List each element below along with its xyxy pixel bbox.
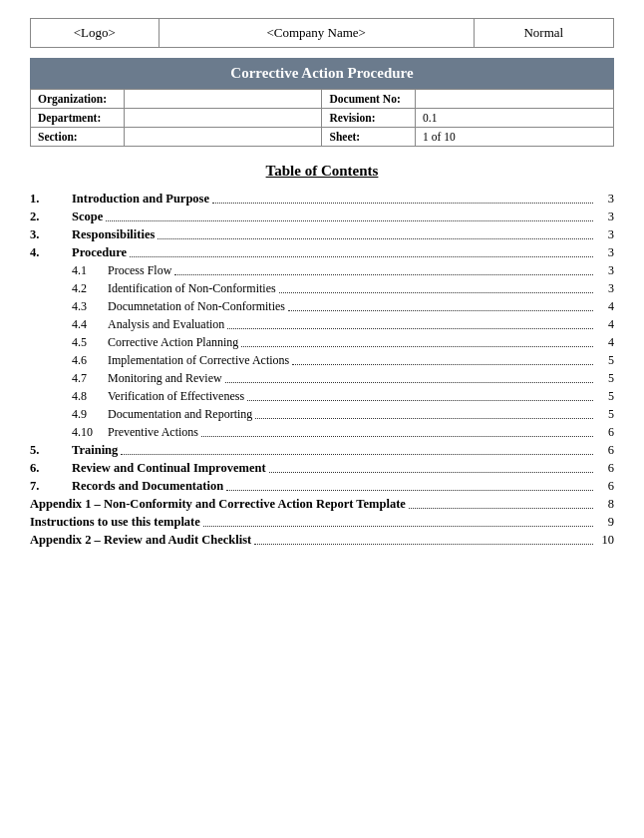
toc-num-4-1: 4.1 [72, 263, 108, 278]
toc-page-instructions: 9 [596, 515, 614, 530]
toc-num-4: 4. [30, 245, 72, 260]
toc-page-4-1: 3 [596, 263, 614, 278]
toc-row-1: 1. Introduction and Purpose 3 [30, 192, 614, 207]
toc-num-6: 6. [30, 461, 72, 476]
toc-dots-1 [212, 203, 593, 204]
toc-row-4-1: 4.1 Process Flow 3 [30, 263, 614, 278]
logo-cell: <Logo> [31, 19, 160, 48]
sheet-value: 1 of 10 [416, 128, 614, 147]
document-title: Corrective Action Procedure [230, 65, 413, 81]
company-name-cell: <Company Name> [159, 19, 474, 48]
document-page: <Logo> <Company Name> Normal Corrective … [0, 0, 644, 838]
toc-dots-4-6 [292, 364, 593, 365]
sheet-label: Sheet: [322, 128, 416, 147]
toc-row-4-7: 4.7 Monitoring and Review 5 [30, 371, 614, 386]
rev-label: Revision: [322, 109, 416, 128]
title-banner: Corrective Action Procedure [30, 58, 614, 89]
toc-dots-5 [121, 454, 593, 455]
org-label: Organization: [31, 90, 125, 109]
toc-dots-4-9 [255, 418, 593, 419]
toc-label-4-1: Process Flow 3 [108, 263, 614, 278]
toc-page-4-4: 4 [596, 317, 614, 332]
logo-text: <Logo> [74, 25, 116, 40]
toc-page-4-2: 3 [596, 281, 614, 296]
toc-label-4-8: Verification of Effectiveness 5 [108, 389, 614, 404]
toc-page-4-6: 5 [596, 353, 614, 368]
toc-dots-4-4 [227, 328, 593, 329]
toc-row-instructions: Instructions to use this template 9 [30, 515, 614, 530]
toc-label-5: Training 6 [72, 443, 614, 458]
toc-num-1: 1. [30, 192, 72, 207]
toc-page-4-5: 4 [596, 335, 614, 350]
toc-label-3: Responsibilities 3 [72, 227, 614, 242]
toc-num-4-3: 4.3 [72, 299, 108, 314]
status-cell: Normal [474, 19, 613, 48]
toc-label-4-4: Analysis and Evaluation 4 [108, 317, 614, 332]
toc-num-4-4: 4.4 [72, 317, 108, 332]
toc-row-4-6: 4.6 Implementation of Corrective Actions… [30, 353, 614, 368]
toc-row-4-2: 4.2 Identification of Non-Conformities 3 [30, 281, 614, 296]
toc-row-5: 5. Training 6 [30, 443, 614, 458]
toc-num-4-8: 4.8 [72, 389, 108, 404]
toc-num-4-7: 4.7 [72, 371, 108, 386]
toc-page-appendix1: 8 [596, 497, 614, 512]
toc-row-6: 6. Review and Continual Improvement 6 [30, 461, 614, 476]
toc-dots-7 [226, 490, 593, 491]
toc-label-4-7: Monitoring and Review 5 [108, 371, 614, 386]
toc-dots-4-7 [225, 382, 593, 383]
toc-row-appendix1: Appendix 1 – Non-Conformity and Correcti… [30, 497, 614, 512]
toc-dots-instructions [203, 526, 593, 527]
toc-dots-2 [106, 220, 593, 221]
toc-label-instructions: Instructions to use this template 9 [30, 515, 614, 530]
dept-label: Department: [31, 109, 125, 128]
toc-dots-6 [269, 472, 593, 473]
toc-label-4: Procedure 3 [72, 245, 614, 260]
toc-row-7: 7. Records and Documentation 6 [30, 479, 614, 494]
toc-label-7: Records and Documentation 6 [72, 479, 614, 494]
toc-page-appendix2: 10 [596, 533, 614, 548]
toc-page-4-3: 4 [596, 299, 614, 314]
toc-label-appendix2: Appendix 2 – Review and Audit Checklist … [30, 533, 614, 548]
toc-row-4: 4. Procedure 3 [30, 245, 614, 260]
toc-page-3: 3 [596, 227, 614, 242]
toc-num-4-9: 4.9 [72, 407, 108, 422]
toc-dots-4 [130, 256, 593, 257]
toc-dots-4-1 [174, 274, 593, 275]
toc-container: 1. Introduction and Purpose 3 2. Scope 3… [30, 192, 614, 548]
toc-page-6: 6 [596, 461, 614, 476]
toc-label-2: Scope 3 [72, 210, 614, 224]
toc-dots-4-8 [247, 400, 593, 401]
toc-page-5: 6 [596, 443, 614, 458]
toc-label-appendix1: Appendix 1 – Non-Conformity and Correcti… [30, 497, 614, 512]
toc-num-4-6: 4.6 [72, 353, 108, 368]
toc-num-4-2: 4.2 [72, 281, 108, 296]
toc-page-4-8: 5 [596, 389, 614, 404]
docno-label: Document No: [322, 90, 416, 109]
toc-row-4-3: 4.3 Documnetation of Non-Conformities 4 [30, 299, 614, 314]
toc-dots-4-10 [201, 436, 593, 437]
toc-num-2: 2. [30, 210, 72, 224]
toc-row-3: 3. Responsibilities 3 [30, 227, 614, 242]
toc-label-4-9: Documentation and Reporting 5 [108, 407, 614, 422]
rev-value: 0.1 [416, 109, 614, 128]
toc-label-4-10: Preventive Actions 6 [108, 425, 614, 440]
section-label: Section: [31, 128, 125, 147]
toc-row-4-10: 4.10 Preventive Actions 6 [30, 425, 614, 440]
toc-num-3: 3. [30, 227, 72, 242]
company-name-text: <Company Name> [266, 25, 366, 40]
toc-num-4-10: 4.10 [72, 425, 108, 440]
header-table: <Logo> <Company Name> Normal [30, 18, 614, 48]
docno-value [416, 90, 614, 109]
toc-num-4-5: 4.5 [72, 335, 108, 350]
dept-value [124, 109, 322, 128]
toc-label-1: Introduction and Purpose 3 [72, 192, 614, 207]
toc-page-2: 3 [596, 210, 614, 224]
toc-num-5: 5. [30, 443, 72, 458]
toc-row-4-9: 4.9 Documentation and Reporting 5 [30, 407, 614, 422]
toc-dots-appendix1 [409, 508, 593, 509]
toc-label-4-6: Implementation of Corrective Actions 5 [108, 353, 614, 368]
toc-label-6: Review and Continual Improvement 6 [72, 461, 614, 476]
toc-row-2: 2. Scope 3 [30, 210, 614, 224]
toc-num-7: 7. [30, 479, 72, 494]
toc-dots-appendix2 [254, 544, 593, 545]
